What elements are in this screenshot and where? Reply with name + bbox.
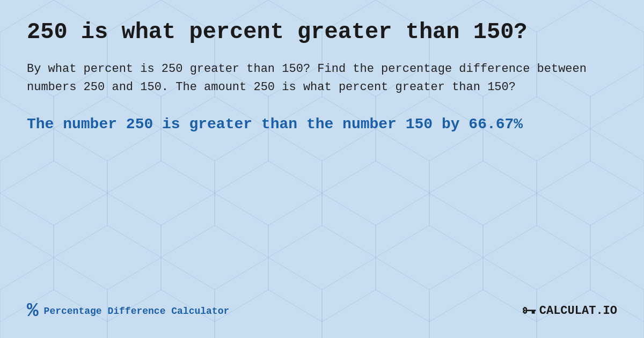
page-title: 250 is what percent greater than 150? (27, 19, 617, 45)
key-icon: 🗝 (522, 303, 536, 320)
main-content: 250 is what percent greater than 150? By… (0, 0, 644, 338)
description-text: By what percent is 250 greater than 150?… (27, 60, 617, 97)
title-section: 250 is what percent greater than 150? (27, 19, 617, 50)
footer-logo: 🗝 CALCULAT.IO (522, 303, 617, 320)
result-text: The number 250 is greater than the numbe… (27, 114, 617, 135)
footer-left: % Percentage Difference Calculator (27, 300, 229, 322)
logo-text: CALCULAT.IO (539, 304, 617, 318)
percent-icon: % (27, 300, 39, 322)
result-section: The number 250 is greater than the numbe… (27, 102, 617, 135)
footer-label: Percentage Difference Calculator (44, 306, 230, 317)
description-section: By what percent is 250 greater than 150?… (27, 50, 617, 102)
footer: % Percentage Difference Calculator 🗝 CAL… (27, 295, 617, 322)
